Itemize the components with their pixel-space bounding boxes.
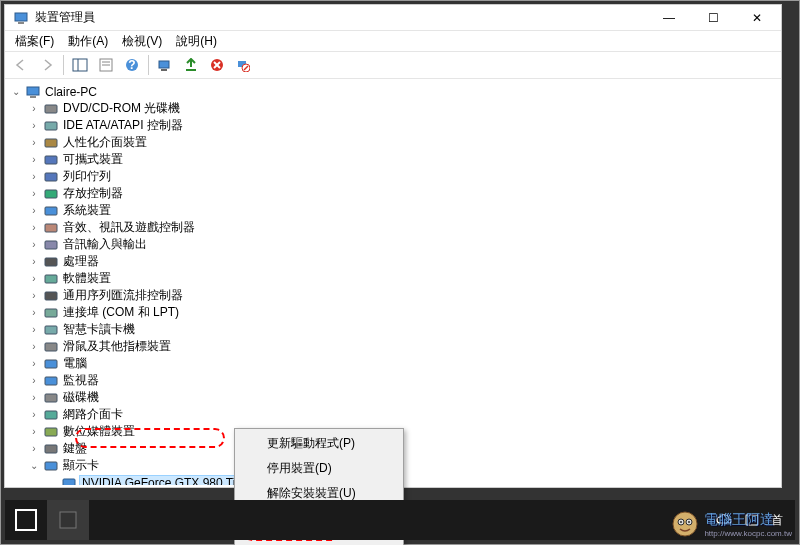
expand-icon[interactable]: › (27, 103, 41, 114)
category-label: 音效、視訊及遊戲控制器 (61, 219, 197, 236)
category-label: 軟體裝置 (61, 270, 113, 287)
category-icon (43, 356, 59, 372)
close-button[interactable]: ✕ (735, 5, 779, 31)
category-label: 音訊輸入與輸出 (61, 236, 149, 253)
tree-root[interactable]: ⌄ Claire-PC (5, 83, 781, 100)
expand-icon[interactable]: › (27, 120, 41, 131)
update-driver-button[interactable] (179, 53, 203, 77)
expand-icon[interactable]: › (27, 392, 41, 403)
tree-device-gpu[interactable]: NVIDIA GeForce GTX 980 Ti (41, 474, 781, 485)
category-icon (43, 152, 59, 168)
tree-category[interactable]: ›電腦 (23, 355, 781, 372)
category-label: 數位媒體裝置 (61, 423, 137, 440)
category-icon (43, 169, 59, 185)
svg-rect-44 (17, 511, 35, 529)
maximize-button[interactable]: ☐ (691, 5, 735, 31)
expand-icon[interactable]: › (27, 239, 41, 250)
expand-icon[interactable]: › (27, 307, 41, 318)
category-icon (43, 424, 59, 440)
category-label: 鍵盤 (61, 440, 89, 457)
tree-category[interactable]: ›連接埠 (COM 和 LPT) (23, 304, 781, 321)
expand-icon[interactable]: › (27, 358, 41, 369)
svg-rect-28 (45, 241, 57, 249)
tree-category[interactable]: ›通用序列匯流排控制器 (23, 287, 781, 304)
svg-rect-42 (63, 479, 75, 486)
expand-icon[interactable]: › (27, 256, 41, 267)
expand-icon[interactable]: › (27, 154, 41, 165)
category-label: 列印佇列 (61, 168, 113, 185)
expand-icon[interactable]: › (27, 324, 41, 335)
ctx-properties[interactable]: 內容(R) (237, 541, 401, 545)
properties-button[interactable] (94, 53, 118, 77)
expand-icon[interactable]: › (27, 171, 41, 182)
help-button[interactable]: ? (120, 53, 144, 77)
scan-hardware-button[interactable] (153, 53, 177, 77)
tree-category[interactable]: ›存放控制器 (23, 185, 781, 202)
expand-icon[interactable]: › (27, 222, 41, 233)
menu-file[interactable]: 檔案(F) (9, 31, 60, 52)
tree-category[interactable]: ›音訊輸入與輸出 (23, 236, 781, 253)
svg-rect-31 (45, 292, 57, 300)
expand-icon[interactable]: › (27, 290, 41, 301)
category-label: 顯示卡 (61, 457, 101, 474)
expand-icon[interactable]: › (27, 205, 41, 216)
tree-category[interactable]: ›網路介面卡 (23, 406, 781, 423)
tree-category[interactable]: ›人性化介面裝置 (23, 134, 781, 151)
svg-rect-35 (45, 360, 57, 368)
tree-category[interactable]: ›系統裝置 (23, 202, 781, 219)
svg-rect-39 (45, 428, 57, 436)
svg-rect-25 (45, 190, 57, 198)
category-icon (43, 254, 59, 270)
category-icon (43, 118, 59, 134)
tree-category[interactable]: ›軟體裝置 (23, 270, 781, 287)
tree-category[interactable]: ›列印佇列 (23, 168, 781, 185)
svg-rect-36 (45, 377, 57, 385)
tree-category[interactable]: ›IDE ATA/ATAPI 控制器 (23, 117, 781, 134)
tree-category[interactable]: ›可攜式裝置 (23, 151, 781, 168)
taskbar-app-icon[interactable] (5, 500, 47, 540)
svg-rect-21 (45, 122, 57, 130)
watermark-url: http://www.kocpc.com.tw (704, 529, 792, 538)
expand-icon[interactable]: ⌄ (27, 460, 41, 471)
show-panel-button[interactable] (68, 53, 92, 77)
expand-icon[interactable]: ⌄ (9, 86, 23, 97)
mascot-icon (670, 509, 700, 539)
expand-icon[interactable]: › (27, 341, 41, 352)
expand-icon[interactable]: › (27, 443, 41, 454)
expand-icon[interactable]: › (27, 273, 41, 284)
svg-point-47 (673, 512, 697, 536)
tree-category[interactable]: ›滑鼠及其他指標裝置 (23, 338, 781, 355)
expand-icon[interactable]: › (27, 137, 41, 148)
minimize-button[interactable]: — (647, 5, 691, 31)
tree-category[interactable]: ›智慧卡讀卡機 (23, 321, 781, 338)
tree-category[interactable]: ›音效、視訊及遊戲控制器 (23, 219, 781, 236)
expand-icon[interactable]: › (27, 409, 41, 420)
back-button[interactable] (9, 53, 33, 77)
app-icon (13, 10, 29, 26)
tree-category[interactable]: ›監視器 (23, 372, 781, 389)
category-label: 智慧卡讀卡機 (61, 321, 137, 338)
ctx-disable[interactable]: 停用裝置(D) (237, 456, 401, 481)
uninstall-button[interactable] (205, 53, 229, 77)
menu-help[interactable]: 說明(H) (170, 31, 223, 52)
tree-category[interactable]: ›磁碟機 (23, 389, 781, 406)
category-label: 可攜式裝置 (61, 151, 125, 168)
svg-rect-38 (45, 411, 57, 419)
forward-button[interactable] (35, 53, 59, 77)
disable-button[interactable] (231, 53, 255, 77)
ctx-update-driver[interactable]: 更新驅動程式(P) (237, 431, 401, 456)
menu-view[interactable]: 檢視(V) (116, 31, 168, 52)
gpu-label: NVIDIA GeForce GTX 980 Ti (79, 475, 238, 486)
taskbar-app-icon-2[interactable] (47, 500, 89, 540)
root-label: Claire-PC (43, 85, 99, 99)
expand-icon[interactable]: › (27, 375, 41, 386)
device-tree[interactable]: ⌄ Claire-PC ›DVD/CD-ROM 光碟機›IDE ATA/ATAP… (5, 79, 781, 485)
expand-icon[interactable]: › (27, 426, 41, 437)
tree-category[interactable]: ›處理器 (23, 253, 781, 270)
svg-rect-26 (45, 207, 57, 215)
menu-action[interactable]: 動作(A) (62, 31, 114, 52)
category-label: 處理器 (61, 253, 101, 270)
svg-rect-37 (45, 394, 57, 402)
expand-icon[interactable]: › (27, 188, 41, 199)
tree-category[interactable]: ›DVD/CD-ROM 光碟機 (23, 100, 781, 117)
